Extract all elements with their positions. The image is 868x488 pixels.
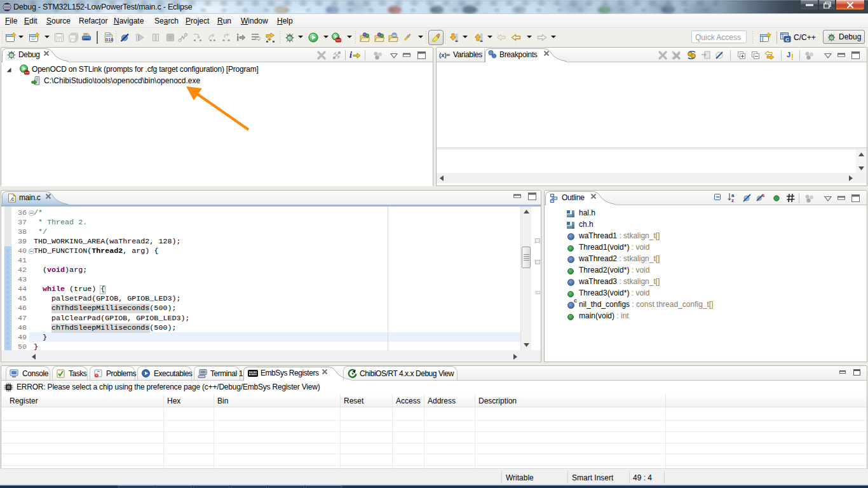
svg-text:s: s xyxy=(762,193,765,198)
svg-text:z: z xyxy=(731,198,734,203)
svg-text:!: ! xyxy=(791,53,794,60)
svg-text:C: C xyxy=(785,37,789,43)
svg-text:.c: .c xyxy=(10,196,15,202)
svg-text:010: 010 xyxy=(105,37,114,43)
svg-text:J: J xyxy=(787,51,790,58)
svg-text:i: i xyxy=(349,50,352,60)
